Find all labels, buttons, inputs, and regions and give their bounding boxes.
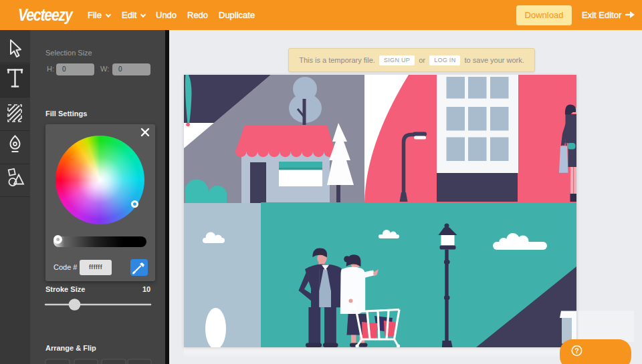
svg-text:?: ? bbox=[574, 347, 578, 355]
